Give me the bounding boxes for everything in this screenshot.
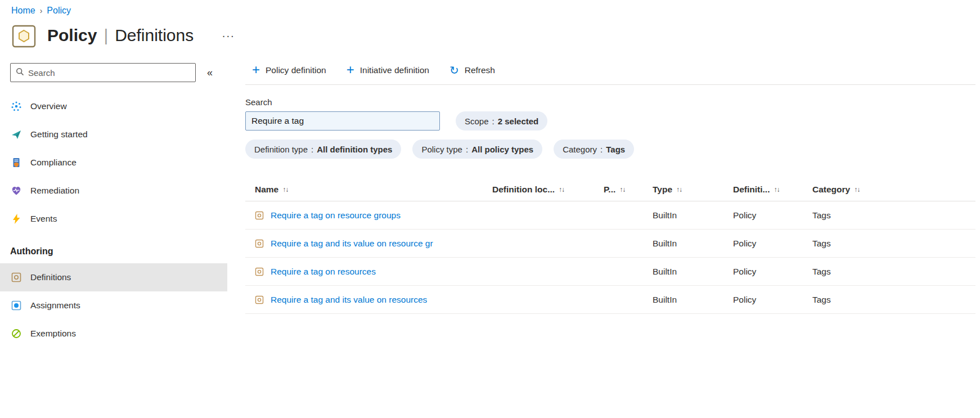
column-header-type[interactable]: Type ↑↓ <box>653 185 733 195</box>
category-cell: Tags <box>812 210 975 221</box>
category-filter-pill[interactable]: Category : Tags <box>554 140 634 159</box>
sidebar-item-assignments[interactable]: Assignments <box>0 291 227 320</box>
sidebar-search-box <box>10 63 196 82</box>
policy-definition-icon <box>255 239 264 248</box>
pill-separator: : <box>600 145 603 154</box>
sort-icon: ↑↓ <box>282 186 288 194</box>
scope-filter-pill[interactable]: Scope : 2 selected <box>456 111 547 131</box>
sidebar-item-compliance[interactable]: Compliance <box>0 149 227 177</box>
add-policy-definition-label: Policy definition <box>266 65 326 75</box>
refresh-label: Refresh <box>465 65 495 75</box>
compliance-icon <box>10 156 23 169</box>
exemptions-icon <box>10 327 23 340</box>
definition-type-cell: Policy <box>733 239 812 249</box>
column-header-definition-type[interactable]: Definiti... ↑↓ <box>733 185 812 195</box>
page-title-separator: | <box>104 26 108 45</box>
sidebar-nav: Overview Getting started <box>0 92 227 348</box>
sidebar-item-label: Overview <box>30 101 67 111</box>
pill-name: Category <box>563 145 597 154</box>
pill-name: Scope <box>465 116 489 126</box>
definition-link[interactable]: Require a tag on resources <box>271 267 376 277</box>
pill-separator: : <box>311 145 313 154</box>
overview-icon <box>10 100 23 113</box>
pill-value: All policy types <box>471 145 533 154</box>
definition-link[interactable]: Require a tag and its value on resource … <box>271 239 433 249</box>
sidebar-item-events[interactable]: Events <box>0 205 227 233</box>
sort-icon: ↑↓ <box>559 186 564 194</box>
type-cell: BuiltIn <box>653 295 733 305</box>
plus-icon: + <box>347 63 354 77</box>
sidebar-item-overview[interactable]: Overview <box>0 92 227 120</box>
column-header-category[interactable]: Category ↑↓ <box>812 185 975 195</box>
page-title-primary: Policy <box>47 26 97 45</box>
sidebar-search-input[interactable] <box>28 68 190 78</box>
getting-started-icon <box>10 128 23 141</box>
definitions-search-input[interactable] <box>245 111 440 131</box>
column-header-definition-location[interactable]: Definition loc... ↑↓ <box>492 185 604 195</box>
sidebar-item-label: Compliance <box>30 158 77 168</box>
page-header: Policy | Definitions ··· <box>0 23 980 48</box>
events-icon <box>10 213 23 225</box>
definition-type-cell: Policy <box>733 295 812 305</box>
sidebar-item-label: Assignments <box>30 300 80 311</box>
column-header-policies[interactable]: P... ↑↓ <box>604 185 653 195</box>
main-content: + Policy definition + Initiative definit… <box>227 63 980 314</box>
add-policy-definition-button[interactable]: + Policy definition <box>252 64 326 77</box>
sidebar-item-label: Definitions <box>30 272 71 282</box>
sidebar-item-exemptions[interactable]: Exemptions <box>0 320 227 348</box>
policy-type-filter-pill[interactable]: Policy type : All policy types <box>412 140 542 159</box>
category-cell: Tags <box>812 267 975 277</box>
search-label: Search <box>245 97 975 107</box>
sidebar-section-authoring: Authoring <box>0 240 227 263</box>
pill-separator: : <box>492 116 495 126</box>
column-header-name[interactable]: Name ↑↓ <box>245 185 492 195</box>
add-initiative-definition-label: Initiative definition <box>360 65 429 75</box>
sidebar-item-label: Exemptions <box>30 329 76 339</box>
policy-icon <box>11 23 37 48</box>
type-cell: BuiltIn <box>653 210 733 221</box>
sidebar-item-getting-started[interactable]: Getting started <box>0 120 227 149</box>
sidebar-item-label: Remediation <box>30 186 79 196</box>
policy-definition-icon <box>255 211 264 220</box>
refresh-button[interactable]: ↻ Refresh <box>449 65 495 76</box>
breadcrumb-policy-link[interactable]: Policy <box>47 6 71 16</box>
category-cell: Tags <box>812 239 975 249</box>
category-cell: Tags <box>812 295 975 305</box>
sidebar: « Overview <box>0 63 227 348</box>
pill-name: Definition type <box>254 145 308 154</box>
sidebar-item-definitions[interactable]: Definitions <box>0 263 227 291</box>
sidebar-item-remediation[interactable]: Remediation <box>0 177 227 205</box>
definitions-icon <box>10 271 23 284</box>
definition-type-cell: Policy <box>733 210 812 221</box>
breadcrumb-home-link[interactable]: Home <box>11 6 35 16</box>
definition-link[interactable]: Require a tag and its value on resources <box>271 295 427 305</box>
table-row: Require a tag on resources BuiltIn Polic… <box>245 258 975 286</box>
sort-icon: ↑↓ <box>676 186 682 194</box>
assignments-icon <box>10 299 23 312</box>
sidebar-item-label: Events <box>30 214 57 224</box>
pill-separator: : <box>466 145 468 154</box>
search-icon <box>16 68 24 78</box>
sort-icon: ↑↓ <box>854 186 860 194</box>
sort-icon: ↑↓ <box>774 186 779 194</box>
pill-value: 2 selected <box>498 116 539 126</box>
plus-icon: + <box>252 63 260 77</box>
table-row: Require a tag and its value on resources… <box>245 286 975 314</box>
definition-type-filter-pill[interactable]: Definition type : All definition types <box>245 140 401 159</box>
remediation-icon <box>10 185 23 197</box>
refresh-icon: ↻ <box>449 65 459 76</box>
more-button[interactable]: ··· <box>219 28 237 43</box>
add-initiative-definition-button[interactable]: + Initiative definition <box>347 64 429 77</box>
sidebar-item-label: Getting started <box>30 129 88 140</box>
definition-link[interactable]: Require a tag on resource groups <box>271 210 401 221</box>
definition-type-cell: Policy <box>733 267 812 277</box>
page-title: Policy | Definitions <box>47 26 194 45</box>
filter-section: Search Scope : 2 selected Definition typ… <box>245 97 975 159</box>
sidebar-collapse-button[interactable]: « <box>203 66 217 80</box>
sort-icon: ↑↓ <box>619 186 625 194</box>
table-row: Require a tag and its value on resource … <box>245 230 975 258</box>
pill-name: Policy type <box>421 145 462 154</box>
pill-value: Tags <box>606 145 625 154</box>
type-cell: BuiltIn <box>653 267 733 277</box>
breadcrumb-chevron-icon: › <box>40 6 43 15</box>
